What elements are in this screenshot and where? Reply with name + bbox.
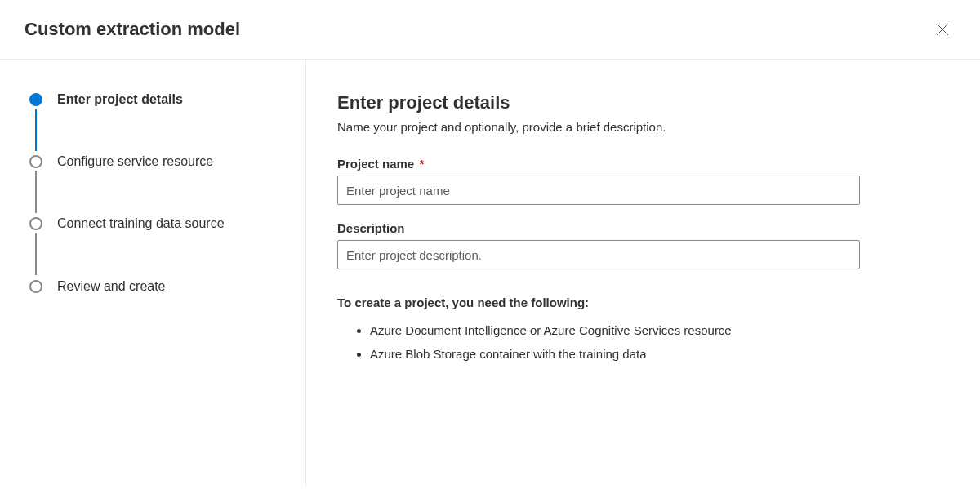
project-name-field-group: Project name * [337, 157, 949, 205]
step-label: Enter project details [57, 92, 183, 107]
step-indicator-icon [29, 217, 42, 230]
close-button[interactable] [929, 16, 956, 42]
step-list: Enter project details Configure service … [29, 92, 289, 295]
step-label: Connect training data source [57, 216, 225, 231]
dialog-content: Enter project details Configure service … [0, 60, 980, 487]
description-label: Description [337, 221, 949, 235]
wizard-main-panel: Enter project details Name your project … [306, 60, 980, 487]
close-icon [936, 23, 949, 36]
description-field-group: Description [337, 221, 949, 269]
step-indicator-icon [29, 280, 42, 293]
step-connector [35, 233, 37, 275]
step-enter-project-details[interactable]: Enter project details [29, 92, 289, 154]
page-title: Enter project details [337, 92, 949, 113]
project-name-label: Project name * [337, 157, 949, 171]
step-review-and-create[interactable]: Review and create [29, 278, 289, 295]
page-subtitle: Name your project and optionally, provid… [337, 120, 949, 134]
requirement-item: Azure Blob Storage container with the tr… [370, 343, 949, 367]
step-connector [35, 171, 37, 213]
project-name-label-text: Project name [337, 157, 414, 171]
requirement-item: Azure Document Intelligence or Azure Cog… [370, 319, 949, 343]
project-name-input[interactable] [337, 176, 860, 205]
step-connect-training-data-source[interactable]: Connect training data source [29, 216, 289, 278]
description-input[interactable] [337, 240, 860, 269]
requirements-info: To create a project, you need the follow… [337, 296, 949, 366]
step-label: Review and create [57, 279, 166, 294]
dialog-header: Custom extraction model [0, 0, 980, 60]
step-connector [35, 109, 37, 151]
requirements-list: Azure Document Intelligence or Azure Cog… [337, 319, 949, 366]
step-indicator-icon [29, 155, 42, 168]
wizard-sidebar: Enter project details Configure service … [0, 60, 306, 487]
requirements-heading: To create a project, you need the follow… [337, 296, 949, 309]
dialog-title: Custom extraction model [24, 19, 240, 40]
step-configure-service-resource[interactable]: Configure service resource [29, 154, 289, 216]
required-indicator: * [419, 157, 424, 171]
step-label: Configure service resource [57, 154, 213, 169]
step-indicator-icon [29, 93, 42, 106]
